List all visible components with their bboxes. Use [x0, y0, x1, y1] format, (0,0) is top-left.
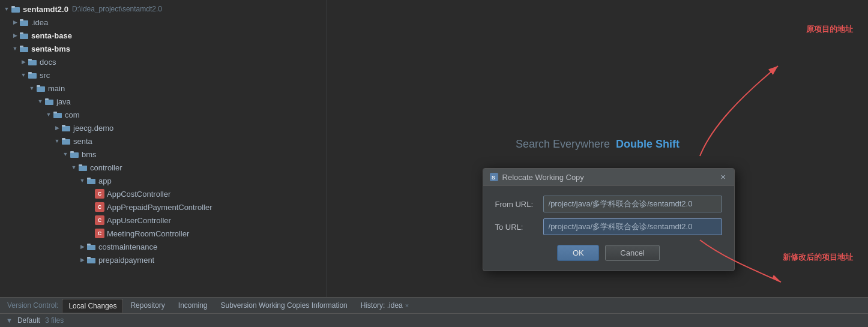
tree-item-appcost[interactable]: C AppCostController	[0, 187, 327, 200]
svg-rect-18	[62, 126, 70, 131]
svg-rect-31	[87, 257, 91, 259]
tree-label-senta-base: senta-base	[31, 31, 72, 40]
folder-icon-jeecg	[61, 123, 71, 133]
tree-label-appcost: AppCostController	[107, 190, 170, 199]
tree-label-java: java	[56, 97, 71, 106]
tree-label-src: src	[40, 71, 50, 80]
tree-item-senta-bms[interactable]: senta-bms	[0, 42, 327, 55]
status-expand-icon[interactable]: ▼	[6, 317, 13, 324]
content-area: Search Everywhere Double Shift S Relocat…	[327, 0, 868, 297]
annotation-top-right-text: 原项目的地址	[806, 25, 853, 34]
tree-arrow-senta-bms	[11, 44, 19, 53]
tree-label-com: com	[65, 110, 80, 119]
tree-item-app[interactable]: app	[0, 174, 327, 187]
tree-item-main[interactable]: main	[0, 82, 327, 95]
tab-history-idea[interactable]: History: .idea ×	[355, 299, 415, 312]
version-control-label: Version Control:	[5, 300, 61, 311]
svg-rect-1	[11, 6, 15, 8]
svg-rect-29	[87, 244, 91, 245]
tree-item-appprepaid[interactable]: C AppPrepaidPaymentController	[0, 200, 327, 214]
svg-rect-11	[28, 72, 32, 74]
svg-rect-2	[20, 20, 28, 26]
folder-icon-docs	[28, 57, 37, 67]
tree-arrow-prepaidpayment	[78, 256, 86, 264]
svg-rect-24	[79, 166, 87, 171]
tree-label-prepaidpayment: prepaidpayment	[98, 256, 154, 265]
tab-repository[interactable]: Repository	[124, 299, 170, 312]
top-area: sentamdt2.0 D:\idea_project\sentamdt2.0 …	[0, 0, 868, 297]
svg-rect-15	[45, 98, 49, 100]
folder-icon-com	[53, 110, 62, 119]
folder-icon-src	[28, 70, 37, 80]
main-container: sentamdt2.0 D:\idea_project\sentamdt2.0 …	[0, 0, 868, 327]
class-icon-appcost: C	[95, 189, 104, 199]
tree-label-idea: .idea	[31, 18, 48, 27]
folder-icon-root	[11, 4, 20, 14]
tree-item-senta[interactable]: senta	[0, 134, 327, 148]
tree-item-costmaintenance[interactable]: costmaintenance	[0, 240, 327, 253]
to-url-label: To URL:	[495, 223, 543, 232]
tree-item-senta-base[interactable]: senta-base	[0, 29, 327, 42]
annotation-bottom-right-text: 新修改后的项目地址	[783, 253, 853, 262]
tree-item-docs[interactable]: docs	[0, 55, 327, 68]
svg-rect-21	[62, 138, 65, 140]
ok-button[interactable]: OK	[557, 245, 599, 261]
tree-label-bms: bms	[82, 150, 97, 159]
svg-rect-26	[87, 179, 95, 184]
svg-rect-17	[53, 112, 57, 113]
folder-icon-senta	[61, 136, 71, 146]
tree-item-root[interactable]: sentamdt2.0 D:\idea_project\sentamdt2.0	[0, 2, 327, 16]
dialog-to-row: To URL:	[495, 218, 722, 235]
search-hint: Search Everywhere Double Shift	[516, 138, 680, 151]
dialog-close-button[interactable]: ×	[719, 172, 728, 182]
tab-svn-info[interactable]: Subversion Working Copies Information	[215, 299, 354, 312]
tree-item-meetingroom[interactable]: C MeetingRoomController	[0, 227, 327, 240]
status-default-label: Default	[17, 316, 40, 325]
tree-item-jeecg[interactable]: jeecg.demo	[0, 121, 327, 134]
svg-rect-20	[62, 139, 70, 145]
to-url-input[interactable]	[543, 218, 722, 235]
tree-item-idea[interactable]: .idea	[0, 16, 327, 29]
svg-rect-12	[37, 86, 45, 92]
tree-item-src[interactable]: src	[0, 68, 327, 82]
red-arrow-top-svg	[694, 36, 790, 168]
file-tree-sidebar: sentamdt2.0 D:\idea_project\sentamdt2.0 …	[0, 0, 327, 297]
tab-incoming[interactable]: Incoming	[172, 299, 214, 312]
svn-dialog-icon: S	[489, 172, 499, 182]
folder-icon-senta-bms	[19, 44, 29, 53]
tree-item-prepaidpayment[interactable]: prepaidpayment	[0, 253, 327, 266]
folder-icon-bms	[70, 149, 79, 159]
tree-label-senta-bms: senta-bms	[31, 44, 70, 53]
status-file-count: 3 files	[45, 316, 64, 325]
tab-bar: Version Control: Local Changes Repositor…	[0, 298, 868, 314]
from-url-input[interactable]	[543, 196, 722, 212]
svg-rect-28	[87, 245, 95, 250]
search-hotkey-text: Double Shift	[616, 138, 680, 150]
cancel-button[interactable]: Cancel	[605, 245, 659, 261]
annotation-bottom-right: 新修改后的项目地址	[783, 252, 853, 263]
tab-history-idea-close[interactable]: ×	[405, 302, 409, 309]
tree-item-controller[interactable]: controller	[0, 161, 327, 174]
svg-rect-4	[20, 34, 28, 39]
tree-label-root-path: D:\idea_project\sentamdt2.0	[72, 5, 162, 13]
tree-item-bms[interactable]: bms	[0, 148, 327, 161]
folder-icon-main	[36, 83, 46, 93]
tree-arrow-jeecg	[53, 124, 61, 132]
tree-item-com[interactable]: com	[0, 108, 327, 121]
tree-arrow-controller	[70, 163, 78, 172]
tree-item-appuser[interactable]: C AppUserController	[0, 214, 327, 227]
tab-local-changes[interactable]: Local Changes	[62, 299, 123, 313]
tree-arrow-root	[2, 5, 11, 13]
tree-label-docs: docs	[40, 58, 56, 67]
folder-icon-controller	[78, 163, 88, 172]
svg-rect-30	[87, 258, 95, 263]
relocate-dialog: S Relocate Working Copy × From URL: To U…	[483, 168, 735, 271]
tree-arrow-main	[28, 84, 36, 92]
tree-arrow-idea	[11, 18, 19, 26]
tree-arrow-costmaintenance	[78, 242, 86, 251]
tab-incoming-label: Incoming	[178, 301, 208, 310]
tree-item-java[interactable]: java	[0, 95, 327, 108]
svg-rect-22	[70, 152, 79, 158]
tree-label-appprepaid: AppPrepaidPaymentController	[107, 203, 212, 212]
status-node-name: Default	[17, 316, 40, 325]
